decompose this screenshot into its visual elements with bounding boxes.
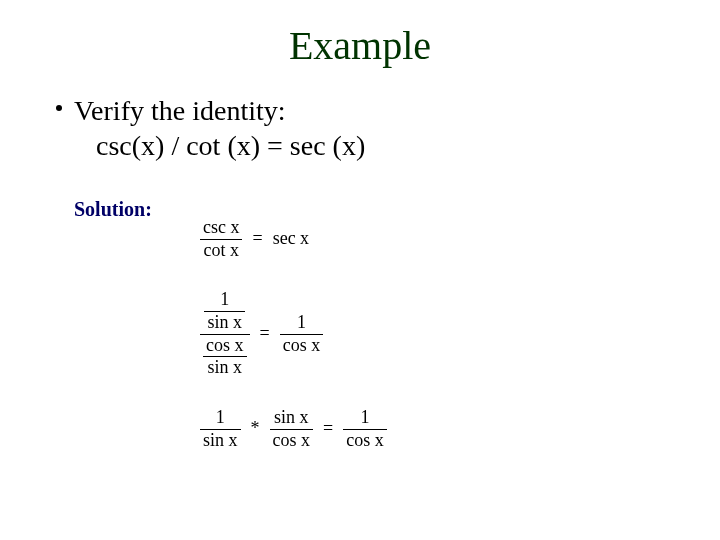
- eq3-f1: 1 sin x: [200, 408, 241, 451]
- bullet-text-line2: csc(x) / cot (x) = sec (x): [96, 130, 365, 162]
- equation-1-lhs-fraction: csc x cot x: [200, 218, 242, 261]
- slide: Example Verify the identity: csc(x) / co…: [0, 0, 720, 540]
- eq1-lhs-den: cot x: [200, 240, 242, 261]
- eq3-rhs: 1 cos x: [343, 408, 387, 451]
- eq2-rhs-num: 1: [280, 313, 324, 335]
- eq2-rhs-den: cos x: [280, 335, 324, 356]
- equation-2: 1 sin x cos x sin x = 1 cos x: [200, 290, 323, 378]
- equation-3: 1 sin x * sin x cos x = 1 cos x: [200, 408, 387, 451]
- eq2-bot-den: sin x: [203, 357, 247, 378]
- eq3-f2-num: sin x: [270, 408, 314, 430]
- equation-2-rhs-fraction: 1 cos x: [280, 313, 324, 356]
- eq2-top-den: sin x: [204, 312, 245, 333]
- solution-label: Solution:: [74, 198, 152, 221]
- bullet-dot-icon: [56, 105, 62, 111]
- eq3-f2: sin x cos x: [270, 408, 314, 451]
- eq3-star: *: [247, 419, 264, 439]
- slide-title: Example: [0, 22, 720, 69]
- eq2-lhs-bot: cos x sin x: [200, 335, 250, 379]
- eq1-rhs: sec x: [273, 229, 309, 249]
- bullet-text-line1: Verify the identity:: [74, 95, 286, 126]
- eq2-equals: =: [256, 324, 274, 344]
- eq2-lhs-top: 1 sin x: [200, 290, 250, 335]
- eq1-lhs-num: csc x: [200, 218, 242, 240]
- eq3-equals: =: [319, 419, 337, 439]
- eq3-f2-den: cos x: [270, 430, 314, 451]
- eq2-bot-num: cos x: [203, 336, 247, 358]
- eq2-top-num: 1: [204, 290, 245, 312]
- equation-1: csc x cot x = sec x: [200, 218, 309, 261]
- eq3-f1-den: sin x: [200, 430, 241, 451]
- eq3-rhs-num: 1: [343, 408, 387, 430]
- equation-2-lhs-compound: 1 sin x cos x sin x: [200, 290, 250, 378]
- eq3-f1-num: 1: [200, 408, 241, 430]
- bullet-item: Verify the identity:: [74, 95, 286, 127]
- eq3-rhs-den: cos x: [343, 430, 387, 451]
- eq1-equals: =: [248, 229, 266, 249]
